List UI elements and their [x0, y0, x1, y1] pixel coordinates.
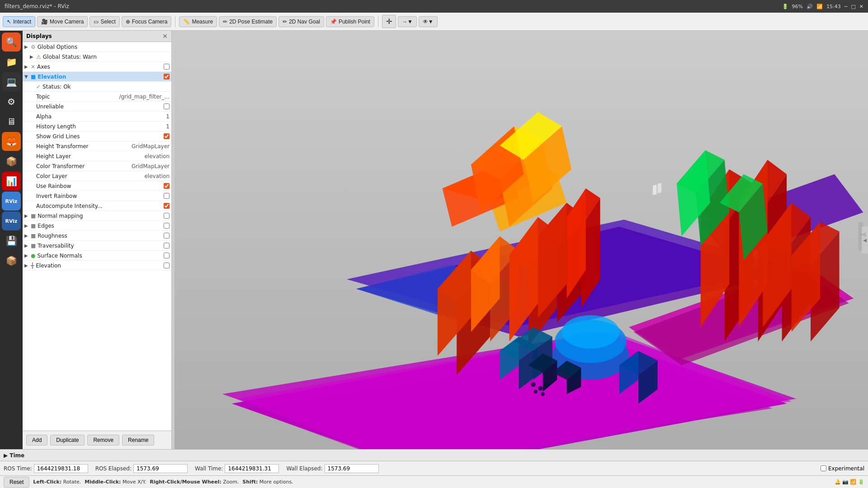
value-topic: /grid_map_filter_...: [119, 94, 170, 100]
expand-icon-roughness[interactable]: ▶: [24, 233, 30, 238]
sidebar-icon-display[interactable]: 🖥: [2, 112, 21, 131]
checkbox-elevation[interactable]: [164, 74, 170, 80]
checkbox-surface-normals[interactable]: [164, 253, 170, 258]
wall-elapsed-value: 1573.69: [325, 464, 379, 473]
left-click-key: Left-Click:: [33, 479, 61, 485]
checkbox-roughness[interactable]: [164, 233, 170, 239]
view-collapse-handle[interactable]: ◀: [862, 226, 868, 253]
checkbox-invert-rainbow[interactable]: [164, 193, 170, 199]
expand-icon-elevation2[interactable]: ▶: [24, 263, 30, 268]
reset-button[interactable]: Reset: [4, 477, 29, 488]
checkbox-axes[interactable]: [164, 64, 170, 70]
checkbox-elevation2[interactable]: [164, 263, 170, 268]
tree-item-global-options[interactable]: ▶ ⚙ Global Options: [23, 42, 171, 52]
expand-icon-edges[interactable]: ▶: [24, 223, 30, 228]
sidebar-icon-search[interactable]: 🔍: [2, 33, 21, 52]
checkbox-autocompute[interactable]: [164, 203, 170, 209]
sidebar-icon-firefox[interactable]: 🦊: [2, 132, 21, 151]
tree-item-color-transformer[interactable]: ▶ Color Transformer GridMapLayer: [23, 161, 171, 171]
system-tray: 🔔 📷 📶 🔋: [835, 479, 865, 485]
tree-item-alpha[interactable]: ▶ Alpha 1: [23, 112, 171, 122]
time-bar-title[interactable]: ▶ Time: [4, 452, 24, 459]
maximize-icon[interactable]: □: [851, 4, 855, 9]
pose-estimate-button[interactable]: ✏ 2D Pose Estimate: [219, 16, 277, 27]
svg-rect-73: [658, 183, 661, 193]
select-icon: ▭: [94, 19, 99, 25]
arrow-button[interactable]: →▼: [398, 16, 417, 27]
tree-item-unreliable[interactable]: ▶ Unreliable: [23, 102, 171, 112]
ros-time-value: 1644219831.18: [34, 464, 88, 473]
tree-item-axes[interactable]: ▶ ✕ Axes: [23, 62, 171, 72]
plus-button[interactable]: ✛: [382, 15, 396, 28]
expand-icon-axes[interactable]: ▶: [24, 64, 30, 69]
checkbox-unreliable[interactable]: [164, 103, 170, 109]
checkbox-normal-mapping[interactable]: [164, 213, 170, 219]
checkbox-show-grid-lines[interactable]: [164, 133, 170, 139]
3d-view[interactable]: ◀ ◀: [175, 31, 868, 449]
interact-icon: ↖: [7, 19, 11, 25]
tree-item-topic[interactable]: ▶ Topic /grid_map_filter_...: [23, 92, 171, 102]
tree-item-color-layer[interactable]: ▶ Color Layer elevation: [23, 171, 171, 181]
experimental-checkbox[interactable]: [821, 465, 826, 471]
sidebar-icon-terminal[interactable]: 💻: [2, 72, 21, 91]
expand-icon-global-options[interactable]: ▶: [24, 44, 30, 49]
sidebar-icon-software[interactable]: 📦: [2, 152, 21, 171]
add-button[interactable]: Add: [26, 435, 47, 446]
tree-item-traversability[interactable]: ▶ ■ Traversability: [23, 241, 171, 251]
measure-button[interactable]: 📏 Measure: [179, 16, 217, 27]
close-icon[interactable]: ✕: [859, 4, 863, 9]
tree-item-height-transformer[interactable]: ▶ Height Transformer GridMapLayer: [23, 141, 171, 151]
label-global-status: Global Status: Warn: [43, 54, 170, 60]
expand-icon-normal-mapping[interactable]: ▶: [24, 213, 30, 218]
expand-icon-surface-normals[interactable]: ▶: [24, 253, 30, 258]
tree-item-surface-normals[interactable]: ▶ ● Surface Normals: [23, 251, 171, 261]
checkbox-use-rainbow[interactable]: [164, 183, 170, 189]
tree-item-edges[interactable]: ▶ ■ Edges: [23, 221, 171, 231]
pose-icon: ✏: [223, 19, 227, 25]
rename-button[interactable]: Rename: [122, 435, 154, 446]
interact-button[interactable]: ↖ Interact: [3, 16, 35, 27]
tree-item-history-length[interactable]: ▶ History Length 1: [23, 122, 171, 131]
sidebar-icon-rviz1[interactable]: RViz: [2, 192, 21, 211]
checkbox-traversability[interactable]: [164, 243, 170, 249]
publish-point-button[interactable]: 📌 Publish Point: [326, 16, 374, 27]
select-button[interactable]: ▭ Select: [90, 16, 119, 27]
label-height-transformer: Height Transformer: [36, 143, 132, 150]
tree-item-use-rainbow[interactable]: ▶ Use Rainbow: [23, 181, 171, 191]
expand-icon-global-status[interactable]: ▶: [30, 54, 35, 59]
tree-item-elevation[interactable]: ▼ ■ Elevation: [23, 72, 171, 82]
nav-goal-button[interactable]: ✏ 2D Nav Goal: [278, 16, 324, 27]
focus-camera-button[interactable]: ⊕ Focus Camera: [122, 16, 172, 27]
move-camera-button[interactable]: 🎥 Move Camera: [37, 16, 88, 27]
remove-button[interactable]: Remove: [87, 435, 119, 446]
panel-buttons: Add Duplicate Remove Rename: [23, 431, 171, 449]
eye-button[interactable]: 👁▼: [419, 16, 438, 27]
tree-item-normal-mapping[interactable]: ▶ ■ Normal mapping: [23, 211, 171, 221]
duplicate-button[interactable]: Duplicate: [50, 435, 85, 446]
sidebar-icon-files[interactable]: 📁: [2, 52, 21, 71]
sidebar-icon-monitor[interactable]: 📊: [2, 172, 21, 191]
interact-label: Interact: [13, 19, 31, 25]
middle-click-label: Middle-Click: Move X/Y.: [85, 479, 146, 485]
displays-panel: Displays ✕ ▶ ⚙ Global Options ▶ ⚠ Global…: [23, 31, 172, 449]
toolbar: ↖ Interact 🎥 Move Camera ▭ Select ⊕ Focu…: [0, 13, 868, 31]
tree-item-show-grid-lines[interactable]: ▶ Show Grid Lines: [23, 131, 171, 141]
sidebar-icon-storage[interactable]: 💾: [2, 231, 21, 250]
right-click-action: Zoom.: [223, 479, 239, 485]
panel-close-icon[interactable]: ✕: [162, 33, 168, 40]
checkbox-edges[interactable]: [164, 223, 170, 229]
move-camera-icon: 🎥: [41, 19, 48, 25]
tree-item-autocompute[interactable]: ▶ Autocompute Intensity...: [23, 201, 171, 211]
label-color-transformer: Color Transformer: [36, 163, 132, 169]
tree-item-invert-rainbow[interactable]: ▶ Invert Rainbow: [23, 191, 171, 201]
tree-item-height-layer[interactable]: ▶ Height Layer elevation: [23, 151, 171, 161]
tree-item-global-status[interactable]: ▶ ⚠ Global Status: Warn: [23, 52, 171, 62]
measure-label: Measure: [192, 19, 213, 25]
sidebar-icon-packages[interactable]: 📦: [2, 251, 21, 270]
sidebar-icon-rviz2[interactable]: RViz: [2, 211, 21, 230]
expand-icon-elevation[interactable]: ▼: [24, 74, 30, 79]
expand-icon-traversability[interactable]: ▶: [24, 243, 30, 248]
tree-item-elevation2[interactable]: ▶ ╋ Elevation: [23, 261, 171, 271]
sidebar-icon-settings[interactable]: ⚙: [2, 92, 21, 111]
tree-item-roughness[interactable]: ▶ ■ Roughness: [23, 231, 171, 241]
